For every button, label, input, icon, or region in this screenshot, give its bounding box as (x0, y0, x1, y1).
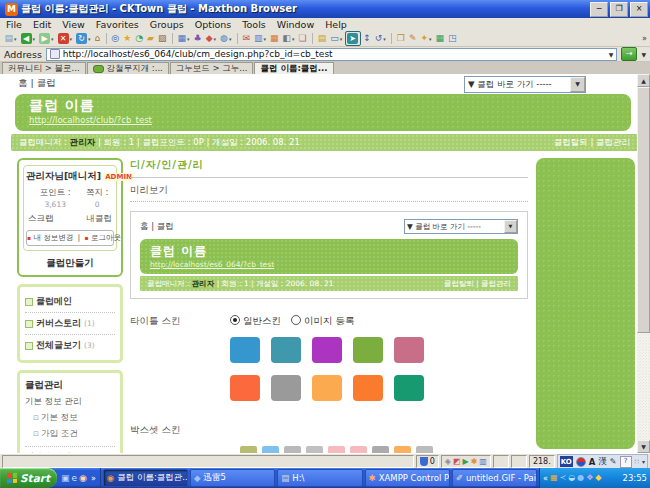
address-dropdown-icon[interactable]: ▼ (609, 51, 614, 58)
taskbar-button-1[interactable]: ◉클럽 이름:클럽관... (103, 469, 188, 487)
messenger-tray-icon[interactable]: ▦ (550, 473, 558, 483)
taskbar-button-5[interactable]: ✐untitled.GIF - Paint (452, 469, 537, 487)
menu-groups[interactable]: Groups (150, 19, 184, 30)
box-skin-swatch[interactable] (416, 446, 433, 453)
title-skin-swatch[interactable] (271, 375, 301, 401)
back-icon[interactable]: ◀▾ (19, 32, 37, 45)
box-skin-swatch[interactable] (394, 446, 411, 453)
maxthon-quick-icon[interactable]: ▣ (61, 473, 70, 483)
admin-item-가입 조건[interactable]: ⊡ 가입 조건 (25, 426, 115, 442)
groups-icon[interactable]: ♣ (192, 32, 203, 45)
restore-button[interactable]: ❐ (610, 2, 628, 17)
chevron-down-icon[interactable]: ▾ (292, 36, 295, 42)
updown-icon[interactable]: ↕ (362, 32, 373, 45)
script-icon[interactable]: ✦▾ (419, 32, 433, 45)
radio-selected-icon[interactable] (230, 315, 240, 325)
latin-mode-icon[interactable]: A (589, 457, 596, 467)
title-skin-swatch[interactable] (394, 375, 424, 401)
box-skin-swatch[interactable] (306, 446, 323, 453)
menu-view[interactable]: View (62, 19, 85, 30)
title-skin-swatch[interactable] (271, 337, 301, 363)
account-buttons[interactable]: ▪ 내 정보변경 ❘ ▪ 로그아웃 (26, 230, 114, 246)
chevron-down-icon[interactable]: ▾ (214, 36, 217, 42)
admin-item-기본 정보[interactable]: ⊡ 기본 정보 (25, 410, 115, 426)
menu-favorites[interactable]: Favorites (96, 19, 139, 30)
title-skin-swatch[interactable] (230, 337, 260, 363)
address-url[interactable]: http://localhost/es6_064/club/cm_design.… (63, 49, 333, 59)
title-skin-swatch[interactable] (230, 375, 260, 401)
taskbar-button-3[interactable]: ▤H:\ (277, 469, 362, 487)
edit-info-link[interactable]: 내 정보변경 (33, 233, 73, 242)
chevron-down-icon[interactable]: ▾ (70, 36, 73, 42)
folder-icon[interactable]: ▰ (146, 32, 156, 45)
tab-4[interactable]: 클럽 이름:클럽... (254, 62, 333, 74)
admin-group-0[interactable]: 기본 정보 관리 (25, 396, 115, 408)
quick-launch-overflow-icon[interactable]: » (91, 474, 96, 483)
chevron-down-icon[interactable]: ▾ (187, 36, 190, 42)
chevron-down-icon[interactable]: ▾ (88, 36, 91, 42)
radio-normal-skin[interactable]: 일반스킨 (230, 314, 281, 328)
ime-help-icon[interactable]: ? (620, 456, 632, 468)
go-dropdown-icon[interactable]: ▼ (641, 51, 646, 58)
ime-options-icon[interactable]: ∷ (635, 458, 639, 466)
close-button[interactable]: × (630, 2, 648, 17)
scrollbar-thumb[interactable] (637, 87, 650, 333)
ime-minimize-icon[interactable]: ▾ (642, 458, 645, 465)
capture-icon[interactable]: ❏ (297, 32, 308, 45)
calendar-icon[interactable]: ▦ (269, 32, 281, 45)
panel-icon[interactable]: ▦▾ (176, 32, 191, 45)
menu-window[interactable]: Window (277, 19, 314, 30)
chevron-down-icon[interactable]: ▾ (33, 36, 36, 42)
box-skin-swatch[interactable] (328, 446, 345, 453)
chevron-down-icon[interactable]: ▾ (229, 36, 232, 42)
xunlei-tray-icon[interactable]: ≺ (559, 473, 566, 483)
new-page-icon[interactable]: ▤▾ (3, 32, 18, 45)
chevron-down-icon[interactable]: ▾ (264, 36, 267, 42)
globe-icon[interactable]: ◍▾ (219, 32, 233, 45)
toolbar-overflow-icon[interactable]: » (642, 34, 647, 43)
ie-quick-icon[interactable]: e (72, 473, 78, 483)
korean-ime-icon[interactable]: KO (560, 456, 573, 467)
popup-blocker-panel[interactable]: 0 (416, 455, 439, 468)
scroll-down-icon[interactable]: ▼ (637, 440, 650, 453)
radio-unselected-icon[interactable] (291, 315, 301, 325)
tab-2[interactable]: 강철무지개 :... (87, 62, 169, 74)
network-tray-icon[interactable]: ● (577, 473, 584, 483)
menu-file[interactable]: File (6, 19, 22, 30)
plugin-tray-icon[interactable]: ❖ (586, 473, 593, 483)
address-input[interactable]: http://localhost/es6_064/club/cm_design.… (46, 48, 618, 61)
taskbar-button-4[interactable]: ✱XAMPP Control Pan... (365, 469, 450, 487)
scrap-link[interactable]: 스크랩 (28, 213, 54, 225)
box-skin-swatch[interactable] (240, 446, 257, 453)
tab-1[interactable]: 커뮤니티 > 블로... (2, 62, 86, 74)
chat-tray-icon[interactable]: ◒ (568, 473, 575, 483)
title-skin-swatch[interactable] (312, 337, 342, 363)
start-button[interactable]: Start (0, 468, 57, 488)
menu-tools[interactable]: Tools (242, 19, 265, 30)
home-icon[interactable]: ⌂ (93, 32, 102, 45)
logout-link[interactable]: 로그아웃 (91, 233, 121, 242)
sidebar-item-커버스토리[interactable]: 커버스토리(1) (25, 313, 115, 335)
club-status-links[interactable]: 클럽탈퇴 | 클럽관리 (554, 137, 630, 149)
club-quick-select[interactable]: ▼ 클럽 바로 가기 ----- ▼ (464, 76, 586, 93)
sidebar-item-클럽메인[interactable]: 클럽메인 (25, 291, 115, 313)
favorites-icon[interactable]: ★ (122, 32, 133, 45)
resize-icon[interactable]: ▭▾ (329, 32, 344, 45)
menu-help[interactable]: Help (325, 19, 347, 30)
handwriting-icon[interactable]: ✎ (610, 457, 617, 466)
refresh-icon[interactable]: ↻▾ (75, 32, 93, 45)
menu-edit[interactable]: Edit (33, 19, 51, 30)
title-skin-swatch[interactable] (312, 375, 342, 401)
create-club-link[interactable]: 클럽만들기 (23, 251, 117, 273)
go-button[interactable]: → (621, 47, 637, 61)
history-icon[interactable]: ◔ (134, 32, 145, 45)
excel-icon[interactable]: ▦ (434, 32, 446, 45)
chevron-down-icon[interactable]: ▾ (51, 36, 54, 42)
copy-icon[interactable]: ❐ (395, 32, 406, 45)
sidebar-item-전체글보기[interactable]: 전체글보기(3) (25, 335, 115, 356)
box-skin-swatch[interactable] (372, 446, 389, 453)
title-skin-swatch[interactable] (353, 375, 383, 401)
club-url-link[interactable]: http://localhost/club/?cb_test (29, 115, 631, 125)
search-icon[interactable]: ◎ (110, 32, 121, 45)
plugin-icon[interactable]: ◧▾ (281, 32, 296, 45)
